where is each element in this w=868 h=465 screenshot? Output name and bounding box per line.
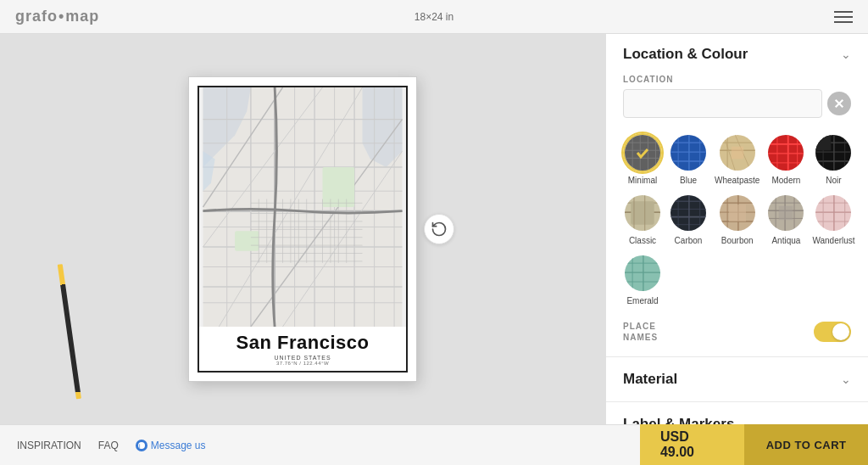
svg-rect-112 bbox=[779, 206, 793, 220]
swatch-carbon[interactable]: Carbon bbox=[669, 193, 708, 245]
message-us-label: Message us bbox=[151, 440, 206, 451]
menu-button[interactable] bbox=[834, 11, 853, 23]
checkmark-icon bbox=[625, 135, 660, 171]
swatch-noir[interactable]: Noir bbox=[812, 133, 854, 185]
map-area bbox=[199, 87, 406, 327]
svg-rect-113 bbox=[815, 195, 851, 231]
message-us-link[interactable]: i Message us bbox=[136, 440, 206, 451]
swatch-minimal[interactable]: Minimal bbox=[623, 133, 662, 185]
swatch-antiqua[interactable]: Antiqua bbox=[766, 193, 805, 245]
swatch-circle-wanderlust bbox=[814, 193, 853, 232]
hamburger-line-2 bbox=[834, 16, 853, 18]
logo-map: map bbox=[65, 8, 99, 25]
add-to-cart-button[interactable]: ADD TO CART bbox=[744, 424, 868, 465]
place-names-row: PLACENAMES bbox=[623, 321, 851, 343]
swatch-circle-minimal bbox=[623, 133, 662, 172]
canvas-area: San Francisco UNITED STATES 37.76°N / 12… bbox=[0, 34, 605, 424]
city-name: San Francisco bbox=[204, 333, 401, 352]
map-svg bbox=[199, 87, 406, 327]
svg-rect-104 bbox=[729, 204, 746, 221]
bottom-row: INSPIRATION FAQ i Message us USD 49.00 A… bbox=[0, 424, 868, 465]
location-input-row bbox=[623, 89, 851, 118]
top-bar: grafo•map 18×24 in bbox=[0, 0, 868, 34]
material-chevron-icon: ⌄ bbox=[841, 373, 851, 386]
place-names-toggle[interactable] bbox=[814, 322, 851, 342]
label-markers-title: Label & Markers bbox=[623, 416, 734, 424]
hamburger-line-3 bbox=[834, 21, 853, 23]
poster-text: San Francisco UNITED STATES 37.76°N / 12… bbox=[199, 327, 406, 371]
swatch-label-wheatpaste: Wheatpaste bbox=[715, 176, 760, 185]
swatch-label-wanderlust: Wanderlust bbox=[812, 236, 854, 245]
price-display: USD 49.00 bbox=[640, 424, 744, 465]
location-colour-content: LOCATION bbox=[606, 75, 868, 356]
poster-inner: San Francisco UNITED STATES 37.76°N / 12… bbox=[198, 86, 408, 373]
swatch-circle-wheatpaste bbox=[718, 133, 757, 172]
bottom-bar: INSPIRATION FAQ i Message us bbox=[0, 424, 640, 465]
swatch-label-antiqua: Antiqua bbox=[771, 236, 800, 245]
swatch-label-bourbon: Bourbon bbox=[721, 236, 754, 245]
swatch-label-blue: Blue bbox=[680, 176, 697, 185]
label-markers-chevron-icon: ⌄ bbox=[841, 417, 851, 424]
poster: San Francisco UNITED STATES 37.76°N / 12… bbox=[188, 76, 417, 382]
hamburger-line-1 bbox=[834, 11, 853, 13]
swatch-blue[interactable]: Blue bbox=[669, 133, 708, 185]
swatch-circle-classic bbox=[623, 193, 662, 232]
svg-rect-83 bbox=[815, 135, 831, 150]
swatch-label-carbon: Carbon bbox=[675, 236, 703, 245]
pencil-decoration bbox=[58, 264, 81, 399]
swatch-circle-bourbon bbox=[718, 193, 757, 232]
swatch-bourbon[interactable]: Bourbon bbox=[715, 193, 760, 245]
swatch-label-classic: Classic bbox=[629, 236, 656, 245]
cart-bar: USD 49.00 ADD TO CART bbox=[640, 424, 868, 465]
swatch-modern[interactable]: Modern bbox=[766, 133, 805, 185]
swatch-circle-emerald bbox=[623, 254, 662, 293]
swatches-grid: Minimal Blue Wheatpaste bbox=[623, 133, 851, 305]
swatch-wheatpaste[interactable]: Wheatpaste bbox=[715, 133, 760, 185]
svg-rect-26 bbox=[235, 231, 259, 251]
inspiration-link[interactable]: INSPIRATION bbox=[17, 440, 81, 451]
country-name: UNITED STATES bbox=[204, 355, 401, 361]
swatch-label-minimal: Minimal bbox=[628, 176, 657, 185]
svg-rect-90 bbox=[670, 195, 706, 231]
swatch-circle-noir bbox=[814, 133, 853, 172]
chevron-up-icon: ⌄ bbox=[841, 48, 851, 61]
logo-dot: • bbox=[58, 8, 64, 25]
swatch-label-noir: Noir bbox=[826, 176, 841, 185]
place-names-label: PLACENAMES bbox=[623, 321, 658, 343]
location-colour-header: Location & Colour ⌄ bbox=[606, 34, 868, 75]
svg-rect-120 bbox=[625, 255, 660, 291]
faq-link[interactable]: FAQ bbox=[98, 440, 119, 451]
swatch-circle-carbon bbox=[669, 193, 708, 232]
material-section-header[interactable]: Material ⌄ bbox=[606, 357, 868, 402]
location-colour-section: Location & Colour ⌄ LOCATION bbox=[606, 34, 868, 357]
location-input[interactable] bbox=[623, 89, 822, 118]
rotate-button[interactable] bbox=[424, 214, 454, 244]
swatch-wanderlust[interactable]: Wanderlust bbox=[812, 193, 854, 245]
clear-location-button[interactable] bbox=[827, 92, 851, 115]
toggle-knob bbox=[832, 323, 849, 340]
swatch-classic[interactable]: Classic bbox=[623, 193, 662, 245]
svg-rect-69 bbox=[768, 135, 804, 171]
location-field-label: LOCATION bbox=[623, 75, 851, 84]
svg-rect-55 bbox=[670, 135, 706, 171]
logo: grafo•map bbox=[15, 8, 99, 25]
logo-text: grafo bbox=[15, 8, 58, 25]
label-markers-section-header[interactable]: Label & Markers ⌄ bbox=[606, 402, 868, 424]
message-icon: i bbox=[136, 440, 147, 451]
poster-wrapper: San Francisco UNITED STATES 37.76°N / 12… bbox=[188, 76, 417, 382]
main-layout: San Francisco UNITED STATES 37.76°N / 12… bbox=[0, 34, 868, 424]
right-panel: Location & Colour ⌄ LOCATION bbox=[605, 34, 868, 424]
size-label: 18×24 in bbox=[415, 11, 453, 23]
coordinates: 37.76°N / 122.44°W bbox=[204, 361, 401, 366]
location-colour-title: Location & Colour bbox=[623, 46, 748, 63]
swatch-circle-blue bbox=[669, 133, 708, 172]
swatch-label-modern: Modern bbox=[771, 176, 800, 185]
swatch-label-emerald: Emerald bbox=[626, 296, 658, 305]
swatch-emerald[interactable]: Emerald bbox=[623, 254, 662, 305]
swatch-circle-modern bbox=[766, 133, 805, 172]
svg-rect-68 bbox=[731, 147, 743, 160]
swatch-circle-antiqua bbox=[766, 193, 805, 232]
material-title: Material bbox=[623, 371, 677, 388]
